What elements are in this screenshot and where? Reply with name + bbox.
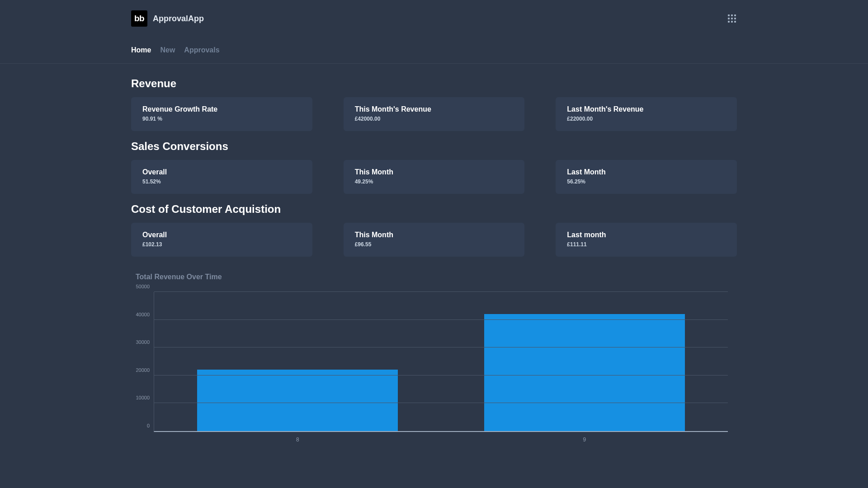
card-title: Overall <box>142 168 301 176</box>
nav-tabs: Home New Approvals <box>0 37 868 64</box>
section-title-revenue: Revenue <box>131 77 737 90</box>
card-title: Last Month <box>567 168 726 176</box>
card-sales-overall: Overall 51.52% <box>131 160 312 194</box>
revenue-cards: Revenue Growth Rate 90.91 % This Month's… <box>131 97 737 131</box>
app-name: ApprovalApp <box>153 14 204 23</box>
card-value: £111.11 <box>567 241 726 248</box>
card-title: This Month <box>355 168 514 176</box>
card-value: 90.91 % <box>142 116 301 122</box>
chart-container: Total Revenue Over Time 89 0100002000030… <box>131 273 737 446</box>
chart-gridline <box>154 375 728 375</box>
card-title: This Month's Revenue <box>355 105 514 113</box>
card-value: £102.13 <box>142 241 301 248</box>
chart-title: Total Revenue Over Time <box>136 273 733 281</box>
chart-y-tick: 30000 <box>136 339 150 345</box>
chart-gridline <box>154 347 728 347</box>
card-cac-last-month: Last month £111.11 <box>556 223 737 257</box>
cac-cards: Overall £102.13 This Month £96.55 Last m… <box>131 223 737 257</box>
chart-y-tick: 10000 <box>136 395 150 400</box>
card-value: £22000.00 <box>567 116 726 122</box>
card-this-month-revenue: This Month's Revenue £42000.00 <box>344 97 525 131</box>
card-title: This Month <box>355 231 514 239</box>
card-value: 56.25% <box>567 178 726 185</box>
chart-bar <box>484 314 685 431</box>
card-cac-overall: Overall £102.13 <box>131 223 312 257</box>
chart-y-tick: 40000 <box>136 312 150 317</box>
card-value: 51.52% <box>142 178 301 185</box>
chart-y-tick: 0 <box>147 423 150 428</box>
card-cac-this-month: This Month £96.55 <box>344 223 525 257</box>
card-title: Overall <box>142 231 301 239</box>
app-launcher-icon[interactable] <box>728 14 736 23</box>
chart-bar-slot: 9 <box>441 292 728 431</box>
card-value: £42000.00 <box>355 116 514 122</box>
brand: bb ApprovalApp <box>131 10 204 27</box>
card-sales-this-month: This Month 49.25% <box>344 160 525 194</box>
chart-bar-slot: 8 <box>154 292 441 431</box>
chart-bar <box>197 370 398 431</box>
card-last-month-revenue: Last Month's Revenue £22000.00 <box>556 97 737 131</box>
sales-cards: Overall 51.52% This Month 49.25% Last Mo… <box>131 160 737 194</box>
chart-x-tick: 8 <box>296 436 299 443</box>
chart-gridline <box>154 319 728 320</box>
section-title-cac: Cost of Customer Acquistion <box>131 203 737 216</box>
card-sales-last-month: Last Month 56.25% <box>556 160 737 194</box>
chart-x-tick: 9 <box>583 436 586 443</box>
nav-approvals[interactable]: Approvals <box>184 46 219 54</box>
card-title: Last Month's Revenue <box>567 105 726 113</box>
card-revenue-growth: Revenue Growth Rate 90.91 % <box>131 97 312 131</box>
card-value: 49.25% <box>355 178 514 185</box>
chart-gridline <box>154 291 728 292</box>
card-value: £96.55 <box>355 241 514 248</box>
card-title: Last month <box>567 231 726 239</box>
chart-gridline <box>154 403 728 403</box>
chart-y-tick: 20000 <box>136 367 150 373</box>
chart-y-tick: 50000 <box>136 284 150 289</box>
chart-bars: 89 <box>154 292 728 431</box>
chart: 89 01000020000300004000050000 <box>154 292 733 446</box>
chart-plot-area: 89 01000020000300004000050000 <box>154 292 728 432</box>
nav-new[interactable]: New <box>160 46 175 54</box>
logo: bb <box>131 10 147 27</box>
nav-home[interactable]: Home <box>131 46 151 54</box>
header: bb ApprovalApp <box>0 0 868 37</box>
card-title: Revenue Growth Rate <box>142 105 301 113</box>
main-content: Revenue Revenue Growth Rate 90.91 % This… <box>0 64 868 446</box>
section-title-sales: Sales Conversions <box>131 140 737 153</box>
